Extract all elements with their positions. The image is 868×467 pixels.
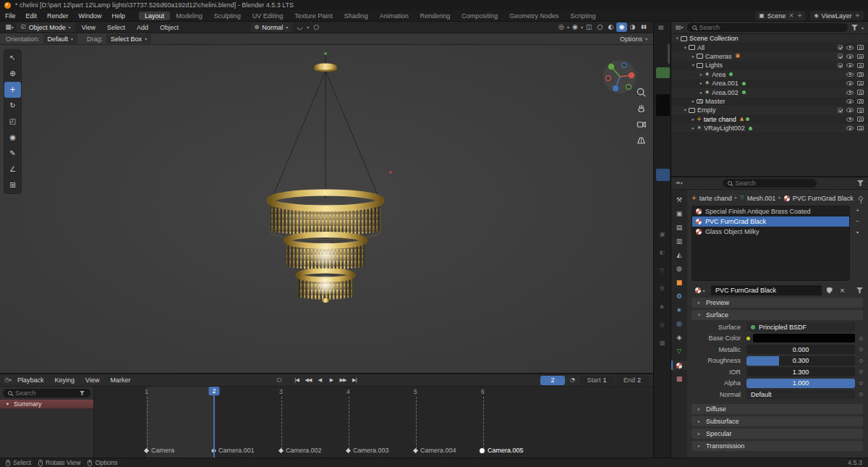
alpha-slider[interactable]: 1.000 (746, 379, 855, 388)
shading-wireframe-icon[interactable]: ○ (595, 22, 605, 32)
strip-icon-6[interactable]: ◎ (660, 322, 665, 328)
strip-icon-7[interactable]: ▩ (660, 340, 665, 346)
workspace-tab-layout[interactable]: Layout (139, 12, 170, 20)
metallic-slider[interactable]: 0.000 (746, 345, 855, 354)
strip-icon-3[interactable]: ▽ (660, 268, 665, 274)
material-slot-selected[interactable]: PVC FurnGrad Black (692, 216, 849, 227)
hide-eye-icon[interactable] (846, 108, 854, 112)
rotate-tool[interactable]: ↻ (4, 98, 21, 114)
tab-physics[interactable]: ◎ (671, 319, 687, 329)
hide-eye-icon[interactable] (846, 126, 854, 130)
use-preview-range-icon[interactable]: ◔ (567, 376, 578, 385)
tab-particles[interactable]: ∗ (671, 306, 687, 315)
jump-to-start-button[interactable]: |◀ (291, 376, 302, 385)
outliner-row-all[interactable]: ▾ All (671, 43, 868, 51)
remove-slot-button[interactable]: − (852, 216, 863, 226)
tab-modifiers[interactable]: ⚙ (671, 292, 687, 301)
tab-texture[interactable]: ▩ (671, 374, 687, 384)
marker-camera-001[interactable]: Camera.001 (212, 447, 255, 454)
outliner-row-area[interactable]: ▸☀ Area (671, 70, 868, 79)
timeline-editor-icon[interactable]: ◷▾ (4, 377, 12, 383)
properties-search[interactable] (723, 179, 817, 188)
cursor-tool[interactable]: ⊕ (4, 66, 21, 82)
tab-scene[interactable]: ◭ (671, 251, 687, 260)
render-camera-icon[interactable] (857, 72, 864, 77)
strip-icon-5[interactable]: ◈ (660, 304, 665, 310)
timeline-search[interactable] (3, 389, 90, 397)
unlink-material-button[interactable]: × (837, 285, 848, 295)
timeline-menu-marker[interactable]: Marker (105, 376, 135, 384)
select-box-tool[interactable]: ↖ (4, 50, 21, 66)
decorator-dot[interactable] (859, 382, 863, 385)
hide-eye-icon[interactable] (846, 46, 854, 50)
play-button[interactable]: ▶ (326, 376, 336, 385)
outliner-row-area-001[interactable]: ▸☀ Area.001 (671, 79, 868, 88)
tab-render[interactable]: ▣ (671, 209, 687, 219)
summary-channel[interactable]: ▾ Summary (0, 400, 93, 408)
render-camera-icon[interactable] (857, 126, 864, 131)
tab-output[interactable]: ▤ (671, 223, 687, 232)
shading-material-icon[interactable]: ◉ (616, 22, 627, 32)
zoom-icon[interactable] (636, 87, 647, 98)
marker-camera-005-selected[interactable]: Camera.005 (480, 447, 524, 454)
pan-hand-icon[interactable] (636, 103, 647, 114)
workspace-tab-scripting[interactable]: Scripting (564, 12, 601, 20)
menu-render[interactable]: Render (42, 12, 74, 20)
workspace-tab-geometry-nodes[interactable]: Geometry Nodes (503, 12, 564, 20)
workspace-tab-sculpting[interactable]: Sculpting (208, 12, 247, 20)
outliner-row-scene-collection[interactable]: ▾ Scene Collection (671, 34, 868, 43)
menu-edit[interactable]: Edit (21, 12, 43, 20)
timeline-menu-playback[interactable]: Playback (12, 376, 49, 384)
pause-icon[interactable]: ▮▮ (638, 25, 650, 30)
strip-icon-2[interactable]: ◐ (660, 250, 665, 256)
playhead[interactable] (213, 387, 215, 458)
viewlayer-selector[interactable]: ◈ ViewLayer + (810, 11, 864, 20)
render-camera-icon[interactable] (857, 54, 864, 59)
strip-icon-1[interactable]: ▣ (660, 232, 665, 237)
breadcrumb-material[interactable]: PVC FurnGrad Black (793, 195, 854, 202)
strip-scrollbar[interactable] (668, 43, 670, 64)
menu-window[interactable]: Window (74, 12, 107, 20)
camera-view-icon[interactable] (636, 119, 647, 130)
ior-slider[interactable]: 1.300 (746, 367, 855, 376)
playhead-frame-badge[interactable]: 2 (208, 387, 219, 395)
outliner-row-tarte-chand[interactable]: ▸+ tarte chand ▲ (671, 115, 868, 124)
add-slot-button[interactable]: + (852, 206, 863, 215)
diffuse-panel-header[interactable]: ▸Diffuse (692, 404, 863, 414)
options-dropdown[interactable]: Options▾ (620, 35, 647, 43)
base-color-swatch[interactable] (753, 334, 855, 342)
tab-tool[interactable]: ⚒ (671, 195, 687, 205)
properties-filter-icon[interactable] (857, 180, 864, 186)
orientation-setting-dropdown[interactable]: Default▾ (43, 34, 78, 43)
gizmos-toggle-icon[interactable]: ◎ (556, 24, 567, 30)
material-slot[interactable]: Special Finish Antique Brass Coated (692, 206, 849, 216)
tab-material[interactable] (671, 361, 687, 370)
tab-object-data[interactable]: ▽ (671, 347, 687, 356)
render-camera-icon[interactable] (857, 81, 864, 86)
outliner-row-empty[interactable]: ▾ Empty (671, 106, 868, 114)
hide-eye-icon[interactable] (846, 99, 854, 104)
outliner-row-area-002[interactable]: ▸☀ Area.002 (671, 88, 868, 96)
viewport-menu-select[interactable]: Select (102, 24, 130, 31)
overlays-toggle-icon[interactable]: ◉ (569, 24, 581, 30)
fake-user-shield-button[interactable] (824, 285, 835, 295)
marker-camera-004[interactable]: Camera.004 (414, 447, 456, 454)
workspace-tab-animation[interactable]: Animation (374, 12, 414, 20)
add-cube-tool[interactable]: ⊞ (4, 177, 21, 193)
transmission-panel-header[interactable]: ▸Transmission (692, 441, 863, 451)
unlink-scene-icon[interactable]: × (788, 12, 794, 19)
hide-eye-icon[interactable] (846, 72, 854, 77)
exclude-checkbox[interactable] (838, 63, 843, 68)
outliner-editor-icon[interactable]: ▤▾ (676, 25, 684, 30)
prev-keyframe-button[interactable]: ◀◀ (302, 376, 313, 385)
breadcrumb-object[interactable]: tarte chand (699, 195, 732, 202)
material-name-field[interactable]: PVC FurnGrad Black (711, 285, 822, 295)
move-tool[interactable]: + (4, 82, 21, 98)
roughness-slider[interactable]: 0.300 (746, 356, 855, 366)
outliner-filter-icon[interactable] (851, 25, 858, 30)
workspace-tab-texture-paint[interactable]: Texture Paint (289, 12, 339, 20)
timeline-track-area[interactable]: 1 2 3 4 5 6 Camera Camera.001 Camera.002… (94, 387, 653, 458)
browse-material-button[interactable]: ▾ (692, 285, 709, 295)
outliner-row-master[interactable]: ▸ Master (671, 97, 868, 106)
surface-panel-header[interactable]: ▾Surface (692, 310, 863, 320)
